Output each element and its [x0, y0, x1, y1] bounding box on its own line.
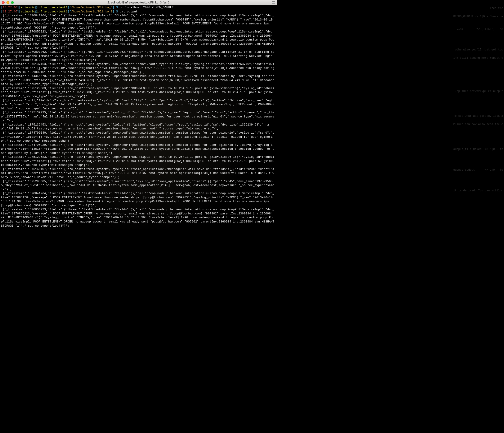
close-icon[interactable] — [2, 1, 5, 4]
prompt-line: [13:27:46][eginorio@infra-opsec-test1][/… — [1, 10, 276, 14]
output-line: '{"_timestamp":1375166107,"fields":{"src… — [1, 167, 276, 179]
output-line: '{"_timestamp":1375139453,"fields":{"src… — [1, 123, 276, 131]
output-line: '{"_timestamp":1370856223,"fields":{"thr… — [1, 208, 276, 228]
output-line: '{"_timestamp":1370841764,"fields":{"thr… — [1, 14, 276, 30]
output-line: '{"_timestamp":1370897862,"fields":{"fie… — [1, 50, 276, 62]
fullscreen-icon[interactable] — [272, 1, 275, 4]
output-line: '{"_timestamp":1370841764,"fields":{"thr… — [1, 191, 276, 208]
output-line: '{"_timestamp":1374795039,"fields":{"src… — [1, 143, 276, 155]
window-titlebar: 2. eginorio@infra-opsec-test1:~/Plinko_3… — [0, 0, 277, 5]
output-line: '{"_timestamp":1375295685,"fields":{"src… — [1, 179, 276, 192]
command-text: nc localhost 2000 < NEW_SAMPLE — [120, 6, 174, 9]
window-title: 2. eginorio@infra-opsec-test1:~/Plinko_3… — [2, 0, 275, 5]
prompt-line: [13:27:40][eginorio@infra-opsec-test1][/… — [1, 6, 276, 10]
output-line: '{"_timestamp":1375137735,"fields":{"src… — [1, 111, 276, 123]
traffic-lights — [2, 1, 14, 4]
terminal-viewport[interactable]: [13:27:40][eginorio@infra-opsec-test1][/… — [0, 5, 277, 229]
output-line: '{"_timestamp":1374795040,"fields":{"src… — [1, 131, 276, 143]
output-line: '{"_timestamp":null,"fields":{"src_host"… — [1, 99, 276, 111]
output-line: '{"_timestamp":1375120683,"fields":{"src… — [1, 155, 276, 167]
zoom-icon[interactable] — [11, 1, 14, 4]
output-line: '{"_timestamp":1375120683,"fields":{"src… — [1, 86, 276, 99]
output-line: '{"_timestamp":1370856223,"fields":{"thr… — [1, 30, 276, 50]
minimize-icon[interactable] — [7, 1, 9, 4]
output-line: '{"_timestamp":1374345670,"fields":{"src… — [1, 74, 276, 86]
command-text: cat output — [120, 10, 138, 13]
output-line: '{"_timestamp":1375137463,"fields":{"src… — [1, 62, 276, 74]
